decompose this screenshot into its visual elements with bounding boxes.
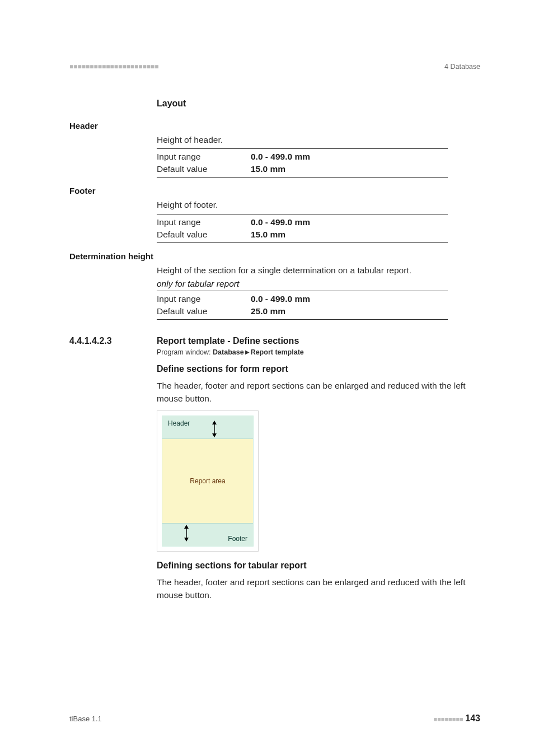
section-title: Report template - Define sections [157, 336, 299, 346]
svg-marker-4 [184, 525, 189, 529]
progwin-report-template: Report template [251, 348, 304, 356]
param-label: Input range [157, 216, 251, 228]
header-desc: Height of header. [157, 134, 480, 146]
rule [157, 177, 448, 178]
breadcrumb-separator-icon: ▶ [245, 349, 250, 355]
section-number: 4.4.1.4.2.3 [69, 336, 112, 346]
rule [157, 214, 448, 214]
progwin-database: Database [213, 348, 244, 356]
param-label: Input range [157, 151, 251, 163]
running-header: ■■■■■■■■■■■■■■■■■■■■■■ 4 Database [69, 63, 480, 71]
param-label: Default value [157, 305, 251, 318]
rule [157, 148, 448, 149]
svg-marker-2 [212, 433, 217, 437]
diagram-inner: Header Report area [162, 416, 254, 547]
table-row: Input range 0.0 - 499.0 mm [157, 151, 480, 163]
page-number: 143 [465, 713, 480, 723]
table-row: Input range 0.0 - 499.0 mm [157, 293, 480, 305]
table-row: Default value 25.0 mm [157, 305, 480, 318]
subheading-tabular-report: Defining sections for tabular report [157, 561, 480, 571]
svg-marker-5 [184, 538, 189, 542]
diagram-header-section: Header [162, 416, 253, 439]
param-value: 0.0 - 499.0 mm [251, 216, 480, 228]
program-window-line: Program window: Database▶Report template [157, 348, 480, 356]
footer-desc: Height of footer. [157, 199, 480, 211]
footer-right: ■■■■■■■■ 143 [434, 713, 480, 724]
progwin-prefix: Program window: [157, 348, 213, 356]
determination-desc: Height of the section for a single deter… [157, 264, 480, 277]
param-value: 15.0 mm [251, 228, 480, 241]
param-value: 0.0 - 499.0 mm [251, 151, 480, 163]
subheading-form-report: Define sections for form report [157, 364, 480, 374]
footer-sidehead: Footer [69, 186, 157, 195]
footer-dashes: ■■■■■■■■ [434, 716, 463, 722]
svg-marker-1 [212, 421, 217, 424]
param-label: Input range [157, 293, 251, 305]
header-dashes: ■■■■■■■■■■■■■■■■■■■■■■ [69, 63, 158, 71]
rule [157, 319, 448, 320]
table-row: Default value 15.0 mm [157, 163, 480, 175]
diagram-footer-label: Footer [228, 535, 247, 543]
diagram-report-label: Report area [190, 477, 225, 485]
table-row: Input range 0.0 - 499.0 mm [157, 216, 480, 228]
resize-arrow-icon [210, 421, 218, 437]
diagram-report-area: Report area [162, 439, 253, 523]
determination-note: only for tabular report [157, 279, 480, 289]
footer-params-table: Input range 0.0 - 499.0 mm Default value… [157, 216, 480, 241]
layout-heading: Layout [157, 99, 480, 109]
table-row: Default value 15.0 mm [157, 228, 480, 241]
header-sidehead: Header [69, 121, 157, 130]
header-chapter: 4 Database [444, 63, 480, 71]
determination-params-table: Input range 0.0 - 499.0 mm Default value… [157, 293, 480, 318]
running-footer: tiBase 1.1 ■■■■■■■■ 143 [69, 713, 480, 724]
form-report-body: The header, footer and report sections c… [157, 380, 480, 405]
form-report-diagram: Header Report area [157, 410, 259, 552]
diagram-footer-section: Footer [162, 523, 253, 546]
rule [157, 291, 448, 291]
diagram-header-label: Header [168, 419, 190, 427]
product-name: tiBase 1.1 [69, 715, 102, 723]
param-value: 0.0 - 499.0 mm [251, 293, 480, 305]
rule [157, 242, 448, 243]
param-value: 15.0 mm [251, 163, 480, 175]
determination-sidehead: Determination height [69, 251, 153, 261]
param-value: 25.0 mm [251, 305, 480, 318]
header-params-table: Input range 0.0 - 499.0 mm Default value… [157, 151, 480, 175]
tabular-report-body: The header, footer and report sections c… [157, 576, 480, 601]
resize-arrow-icon [182, 525, 190, 542]
param-label: Default value [157, 228, 251, 241]
param-label: Default value [157, 163, 251, 175]
